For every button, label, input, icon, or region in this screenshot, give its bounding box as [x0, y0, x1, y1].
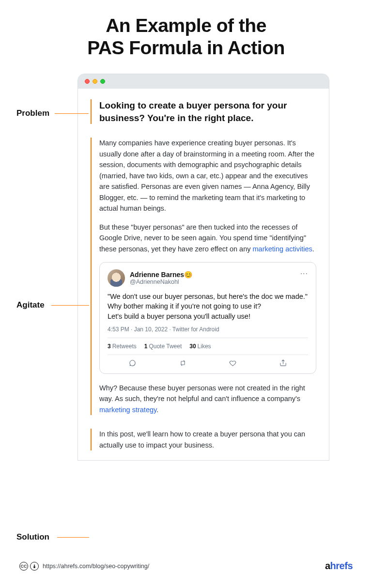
connector-problem: [55, 113, 89, 114]
tweet-author-name: Adrienne Barnes: [130, 271, 184, 279]
tweet-header: Adrienne Barnes😊 @AdrienneNakohl ···: [108, 269, 308, 287]
label-agitate: Agitate: [16, 300, 45, 310]
share-icon[interactable]: [279, 359, 287, 369]
agitate-para-3b: .: [156, 406, 158, 414]
problem-text: Looking to create a buyer persona for yo…: [99, 99, 316, 124]
avatar: [108, 269, 125, 287]
section-problem: Looking to create a buyer persona for yo…: [91, 99, 316, 124]
label-problem: Problem: [16, 108, 49, 118]
tweet-body: "We don't use our buyer personas, but he…: [108, 292, 308, 321]
tweet-stats: 3Retweets 1Quote Tweet 30Likes: [108, 338, 308, 355]
cc-license-icon: CC: [19, 562, 39, 571]
tweet-line-1: "We don't use our buyer personas, but he…: [108, 293, 308, 300]
link-marketing-strategy[interactable]: marketing strategy: [99, 406, 156, 414]
ahrefs-logo: ahrefs: [325, 560, 353, 572]
window-zoom-icon: [100, 79, 105, 84]
diagram-stage: Problem Agitate Solution Looking to crea…: [78, 74, 329, 461]
tweet-author-handle: @AdrienneNakohl: [130, 279, 192, 285]
emoji-icon: 😊: [184, 271, 192, 279]
agitate-para-2b: .: [312, 245, 314, 253]
tweet-line-2: Why bother making it if you're not going…: [108, 302, 261, 310]
tweet-meta: 4:53 PM · Jan 10, 2022 · Twitter for And…: [108, 326, 308, 338]
title-line-2: PAS Formula in Action: [87, 37, 285, 58]
window-close-icon: [85, 79, 90, 84]
more-icon[interactable]: ···: [300, 269, 308, 278]
solution-text: In this post, we'll learn how to create …: [99, 429, 316, 450]
source-url: https://ahrefs.com/blog/seo-copywriting/: [43, 563, 149, 570]
embedded-tweet: Adrienne Barnes😊 @AdrienneNakohl ··· "We…: [99, 262, 316, 374]
connector-solution: [57, 537, 89, 538]
by-icon: [30, 562, 39, 571]
page-title: An Example of the PAS Formula in Action: [19, 15, 353, 59]
reply-icon[interactable]: [128, 359, 137, 369]
agitate-para-1: Many companies have experience creating …: [99, 138, 316, 214]
label-solution: Solution: [16, 532, 49, 542]
agitate-para-3a: Why? Because these buyer personas were n…: [99, 384, 305, 402]
link-marketing-activities[interactable]: marketing activities: [253, 245, 312, 253]
title-line-1: An Example of the: [106, 15, 266, 36]
stat-retweets[interactable]: 3Retweets: [108, 343, 137, 350]
window-minimize-icon: [93, 79, 97, 84]
footer-left: CC https://ahrefs.com/blog/seo-copywriti…: [19, 562, 149, 571]
browser-titlebar: [78, 74, 329, 89]
like-icon[interactable]: [229, 359, 237, 369]
browser-content: Looking to create a buyer persona for yo…: [78, 89, 329, 460]
stat-likes[interactable]: 30Likes: [189, 343, 211, 350]
connector-agitate: [51, 305, 89, 306]
retweet-icon[interactable]: [179, 359, 187, 369]
cc-icon: CC: [19, 562, 28, 571]
tweet-actions: [108, 355, 308, 370]
stat-quote-tweets[interactable]: 1Quote Tweet: [144, 343, 182, 350]
agitate-para-3: Why? Because these buyer personas were n…: [99, 383, 316, 415]
section-agitate: Many companies have experience creating …: [91, 138, 316, 415]
browser-window: Looking to create a buyer persona for yo…: [78, 74, 329, 461]
svg-point-0: [34, 564, 35, 566]
footer: CC https://ahrefs.com/blog/seo-copywriti…: [19, 560, 353, 572]
section-solution: In this post, we'll learn how to create …: [91, 429, 316, 450]
agitate-para-2: But these "buyer personas" are then tuck…: [99, 222, 316, 254]
tweet-line-3: Let's build a buyer persona you'll actua…: [108, 312, 250, 320]
